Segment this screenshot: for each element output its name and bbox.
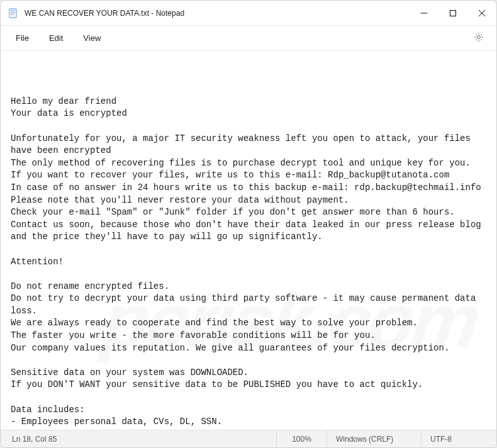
close-button[interactable] — [467, 1, 496, 25]
status-line-ending: Windows (CRLF) — [327, 430, 421, 447]
statusbar: Ln 18, Col 85 100% Windows (CRLF) UTF-8 — [1, 430, 496, 447]
titlebar: WE CAN RECOVER YOUR DATA.txt - Notepad — [1, 1, 496, 26]
menubar: File Edit View — [1, 26, 496, 51]
menu-view[interactable]: View — [73, 30, 111, 47]
status-zoom[interactable]: 100% — [276, 430, 327, 447]
status-position: Ln 18, Col 85 — [1, 430, 82, 447]
minimize-button[interactable] — [410, 1, 438, 25]
window-title: WE CAN RECOVER YOUR DATA.txt - Notepad — [25, 9, 184, 18]
notepad-window: WE CAN RECOVER YOUR DATA.txt - Notepad F… — [0, 0, 497, 448]
svg-rect-0 — [9, 9, 16, 18]
menu-file[interactable]: File — [6, 30, 39, 47]
editor-content: Hello my dear friend Your data is encryp… — [11, 96, 486, 430]
gear-icon — [474, 32, 484, 45]
settings-button[interactable] — [466, 28, 491, 48]
svg-rect-5 — [450, 10, 456, 16]
notepad-icon — [8, 8, 18, 18]
window-controls — [410, 1, 496, 25]
status-encoding: UTF-8 — [421, 430, 496, 447]
text-editor[interactable]: pcrisk.com Hello my dear friend Your dat… — [1, 51, 496, 430]
menu-edit[interactable]: Edit — [39, 30, 73, 47]
titlebar-left: WE CAN RECOVER YOUR DATA.txt - Notepad — [1, 8, 184, 18]
maximize-button[interactable] — [438, 1, 467, 25]
